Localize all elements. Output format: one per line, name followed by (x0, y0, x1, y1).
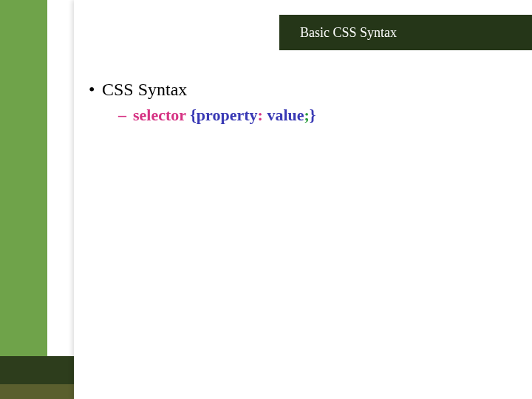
slide-header: Basic CSS Syntax (279, 15, 532, 50)
syntax-value: value (267, 106, 304, 124)
syntax-brace-close: } (310, 106, 316, 124)
sidebar-accent (0, 0, 47, 399)
syntax-selector: selector (133, 106, 190, 124)
footer-accent-dark (0, 356, 74, 384)
syntax-semicolon: ; (304, 106, 310, 124)
bullet-text: CSS Syntax (102, 80, 187, 99)
content-panel (74, 0, 532, 399)
slide-body: CSS Syntax selector {property: value;} (89, 80, 502, 125)
bullet-level-2: selector {property: value;} (89, 106, 502, 125)
slide-title: Basic CSS Syntax (300, 25, 397, 41)
bullet-level-1: CSS Syntax (89, 80, 502, 100)
syntax-colon: : (258, 106, 267, 124)
syntax-property: property (197, 106, 258, 124)
syntax-brace-open: { (190, 106, 197, 124)
